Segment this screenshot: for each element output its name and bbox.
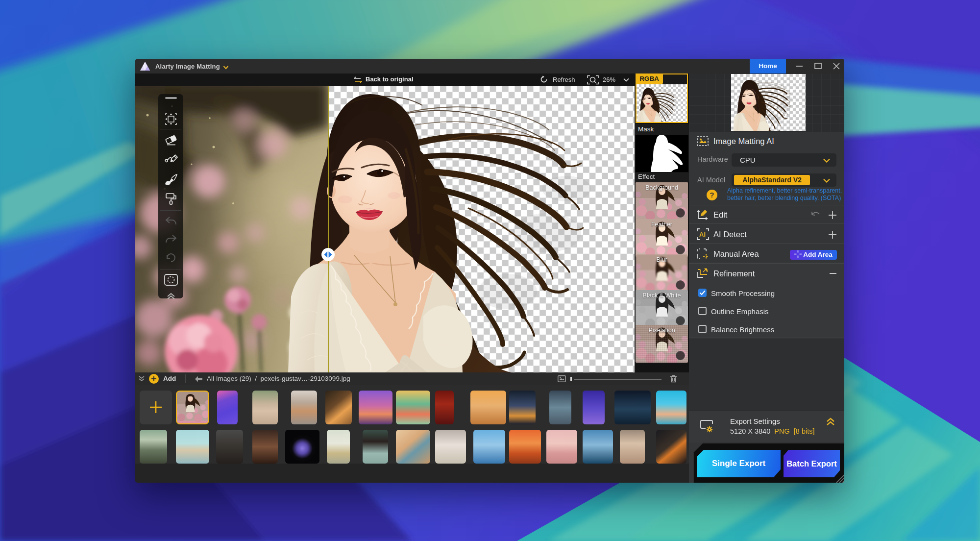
svg-text:AI: AI [699,231,706,238]
